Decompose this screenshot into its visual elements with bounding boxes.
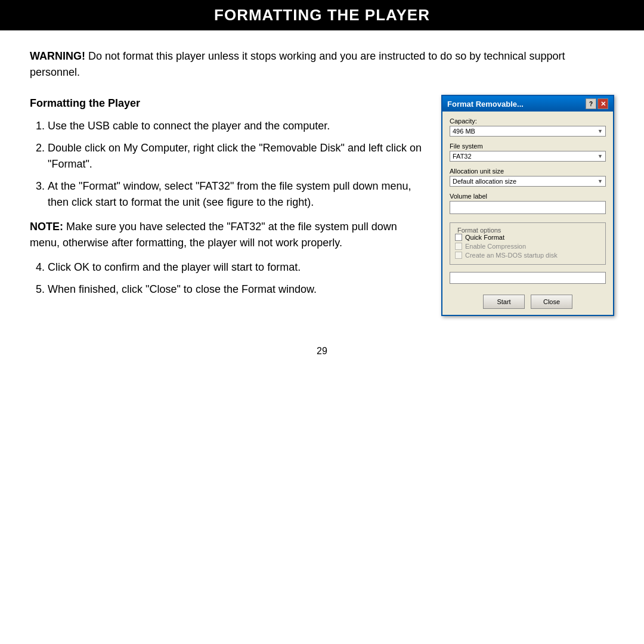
warning-text: Do not format this player unless it stop… xyxy=(30,50,565,78)
format-options-group: Format options Quick Format Enable Compr… xyxy=(450,222,606,265)
main-area: Formatting the Player Use the USB cable … xyxy=(30,95,614,316)
page-content: WARNING! Do not format this player unles… xyxy=(0,30,644,334)
warning-block: WARNING! Do not format this player unles… xyxy=(30,48,614,80)
startup-disk-checkbox[interactable] xyxy=(455,252,462,259)
section-heading: Formatting the Player xyxy=(30,95,423,112)
volume-label-text: Volume label xyxy=(450,193,606,200)
step-1: Use the USB cable to connect the player … xyxy=(48,118,423,134)
format-options-legend: Format options xyxy=(455,227,600,234)
capacity-label: Capacity: xyxy=(450,117,606,125)
dialog-title-buttons: ? ✕ xyxy=(586,98,608,109)
warning-label: WARNING! xyxy=(30,50,85,62)
allocation-value: Default allocation size xyxy=(453,178,516,185)
step-3: At the "Format" window, select "FAT32" f… xyxy=(48,178,423,210)
step-4: Click OK to confirm and the player will … xyxy=(48,259,423,275)
startup-disk-label: Create an MS-DOS startup disk xyxy=(465,252,558,259)
start-button[interactable]: Start xyxy=(483,295,525,309)
quick-format-label: Quick Format xyxy=(465,234,504,241)
allocation-arrow-icon: ▼ xyxy=(597,178,603,184)
steps-list: Use the USB cable to connect the player … xyxy=(48,118,423,210)
enable-compression-row: Enable Compression xyxy=(455,243,600,250)
instructions: Formatting the Player Use the USB cable … xyxy=(30,95,423,306)
step-5: When finished, click "Close" to close th… xyxy=(48,281,423,298)
allocation-label: Allocation unit size xyxy=(450,168,606,175)
allocation-select[interactable]: Default allocation size ▼ xyxy=(450,176,606,187)
filesystem-arrow-icon: ▼ xyxy=(597,153,603,159)
close-button[interactable]: Close xyxy=(531,295,572,309)
capacity-group: Capacity: 496 MB ▼ xyxy=(450,117,606,137)
help-button[interactable]: ? xyxy=(586,98,596,109)
note-text: Make sure you have selected the "FAT32" … xyxy=(30,221,397,249)
dialog-titlebar-left: Format Removable... xyxy=(447,100,524,109)
step-2: Double click on My Computer, right click… xyxy=(48,140,423,172)
page-title-bar: FORMATTING THE PLAYER xyxy=(0,0,644,30)
enable-compression-label: Enable Compression xyxy=(465,243,526,250)
dialog-title: Format Removable... xyxy=(447,100,524,109)
capacity-select[interactable]: 496 MB ▼ xyxy=(450,126,606,137)
quick-format-checkbox[interactable] xyxy=(455,234,462,241)
startup-disk-row: Create an MS-DOS startup disk xyxy=(455,252,600,259)
enable-compression-checkbox[interactable] xyxy=(455,243,462,250)
filesystem-group: File system FAT32 ▼ xyxy=(450,143,606,162)
note-label: NOTE: xyxy=(30,221,63,233)
filesystem-label: File system xyxy=(450,143,606,150)
capacity-arrow-icon: ▼ xyxy=(597,128,603,134)
dialog-footer: Start Close xyxy=(442,290,613,315)
format-dialog: Format Removable... ? ✕ Capacity: xyxy=(441,95,614,316)
filesystem-select[interactable]: FAT32 ▼ xyxy=(450,151,606,162)
filesystem-value: FAT32 xyxy=(453,153,472,160)
page-title: FORMATTING THE PLAYER xyxy=(214,6,430,24)
volume-label-input[interactable] xyxy=(450,201,606,214)
capacity-value: 496 MB xyxy=(453,128,475,135)
progress-bar xyxy=(450,272,606,284)
allocation-group: Allocation unit size Default allocation … xyxy=(450,168,606,187)
close-title-button[interactable]: ✕ xyxy=(597,98,608,109)
quick-format-row: Quick Format xyxy=(455,234,600,241)
page-number: 29 xyxy=(0,346,644,357)
dialog-titlebar: Format Removable... ? ✕ xyxy=(442,96,613,112)
note-block: NOTE: Make sure you have selected the "F… xyxy=(30,219,423,251)
volume-label-group: Volume label xyxy=(450,193,606,214)
steps-list-continued: Click OK to confirm and the player will … xyxy=(48,259,423,298)
dialog-body: Capacity: 496 MB ▼ File system FAT32 ▼ xyxy=(442,112,613,290)
